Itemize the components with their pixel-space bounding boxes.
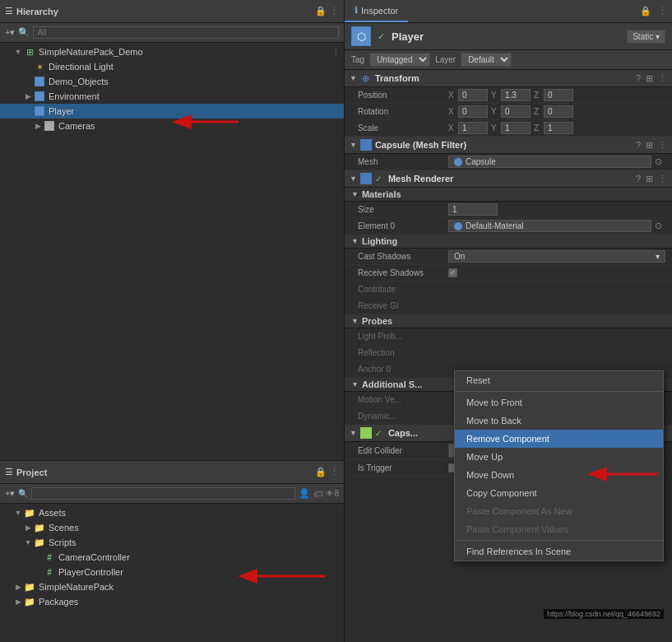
- hierarchy-item-simplenaturepack[interactable]: ▼ ⊞ SimpleNaturePack_Demo ⋮: [0, 44, 344, 59]
- project-item-assets[interactable]: ▼ 📁 Assets: [0, 505, 344, 520]
- contribute-label: Contribute: [358, 285, 448, 294]
- scale-x-input[interactable]: [458, 122, 488, 134]
- position-x-input[interactable]: [458, 89, 488, 101]
- tag-label: Tag: [351, 55, 364, 64]
- mesh-renderer-check[interactable]: ✓: [375, 174, 382, 184]
- material-icon: [454, 222, 462, 230]
- transform-arrow: ▼: [350, 74, 357, 82]
- more-icon-mf[interactable]: ⋮: [658, 140, 667, 151]
- cube-icon-env: [33, 90, 46, 103]
- help-icon-mr[interactable]: ?: [636, 174, 641, 184]
- add-button-project[interactable]: +▾: [5, 488, 15, 499]
- hierarchy-item-cameras[interactable]: ▶ Cameras: [0, 119, 344, 133]
- scale-row: Scale X Y Z: [345, 120, 672, 137]
- cast-shadows-row: Cast Shadows On ▾: [345, 249, 672, 265]
- settings-icon-mr[interactable]: ⊞: [646, 174, 653, 184]
- more-icon-mr[interactable]: ⋮: [658, 174, 667, 184]
- ctx-remove-component[interactable]: Remove Component: [455, 430, 663, 448]
- more-icon-scene[interactable]: ⋮: [331, 47, 341, 58]
- cube-icon-player: [33, 105, 46, 118]
- size-row: Size: [345, 202, 672, 218]
- transform-header[interactable]: ▼ ⊕ Transform ? ⊞ ⋮: [345, 70, 672, 87]
- project-search-input[interactable]: [31, 487, 295, 500]
- scale-y-input[interactable]: [501, 122, 531, 134]
- hierarchy-item-directional[interactable]: ▶ ☀ Directional Light: [0, 59, 344, 74]
- tag-dropdown[interactable]: Untagged: [369, 53, 430, 67]
- ctx-move-up[interactable]: Move Up: [455, 448, 663, 466]
- rotation-z-input[interactable]: [544, 105, 573, 118]
- receive-gi-label: Receive GI: [358, 301, 448, 310]
- materials-arrow: ▼: [351, 190, 359, 198]
- project-item-label: CameraController: [58, 552, 130, 562]
- project-item-cameracontroller[interactable]: ▶ # CameraController: [0, 550, 344, 565]
- folder-icon-packages: 📁: [23, 595, 36, 608]
- element0-field[interactable]: Default-Material: [448, 220, 651, 232]
- scale-z-input[interactable]: [544, 122, 573, 134]
- mesh-renderer-icon: [360, 173, 372, 184]
- receive-shadows-checkbox[interactable]: [448, 268, 457, 277]
- settings-icon[interactable]: ⊞: [646, 73, 653, 84]
- project-item-scripts[interactable]: ▼ 📁 Scripts: [0, 535, 344, 550]
- project-item-packages[interactable]: ▶ 📁 Packages: [0, 594, 344, 609]
- add-button[interactable]: +▾: [5, 27, 15, 38]
- project-item-scenes[interactable]: ▶ 📁 Scenes: [0, 520, 344, 535]
- rotation-x-input[interactable]: [458, 105, 488, 118]
- capsule-check[interactable]: ✓: [375, 429, 382, 438]
- settings-icon-mf[interactable]: ⊞: [646, 140, 653, 151]
- ctx-divider-2: [455, 540, 663, 541]
- hierarchy-item-demo-objects[interactable]: ▶ Demo_Objects: [0, 74, 344, 89]
- more-icon-project[interactable]: ⋮: [330, 467, 339, 477]
- mesh-renderer-name: Mesh Renderer: [388, 174, 633, 184]
- checkbox-active[interactable]: ✓: [378, 31, 385, 42]
- user-icon[interactable]: 👤: [299, 488, 310, 499]
- mesh-filter-header[interactable]: ▼ Capsule (Mesh Filter) ? ⊞ ⋮: [345, 137, 672, 154]
- project-item-label: Scenes: [49, 523, 79, 533]
- cube-icon-cameras: [43, 119, 56, 133]
- rotation-xyz: X Y Z: [448, 105, 665, 118]
- position-y-input[interactable]: [501, 89, 531, 101]
- object-name[interactable]: Player: [392, 30, 620, 43]
- element0-pick[interactable]: ⊙: [651, 221, 665, 231]
- edit-collider-label: Edit Collider: [358, 446, 448, 455]
- hierarchy-item-label: SimpleNaturePack_Demo: [39, 47, 143, 57]
- mesh-renderer-header[interactable]: ▼ ✓ Mesh Renderer ? ⊞ ⋮: [345, 170, 672, 188]
- cast-shadows-dropdown[interactable]: On ▾: [448, 250, 665, 263]
- lock-icon[interactable]: 🔒: [315, 6, 327, 16]
- search-input[interactable]: [33, 26, 339, 39]
- project-item-label: SimpleNaturePack: [39, 582, 114, 592]
- tag-icon[interactable]: 🏷: [313, 489, 322, 499]
- hierarchy-item-label: Player: [49, 106, 74, 116]
- ctx-copy-component[interactable]: Copy Component: [455, 484, 663, 502]
- lock-icon-inspector[interactable]: 🔒: [640, 6, 651, 16]
- search-icon: 🔍: [18, 27, 30, 38]
- ctx-move-to-front[interactable]: Move to Front: [455, 393, 663, 412]
- receive-shadows-check[interactable]: [448, 268, 457, 277]
- lock-icon-project[interactable]: 🔒: [315, 467, 327, 477]
- help-icon-mf[interactable]: ?: [636, 140, 641, 151]
- project-item-simplenaturepack[interactable]: ▶ 📁 SimpleNaturePack: [0, 579, 344, 594]
- help-icon[interactable]: ?: [636, 73, 641, 84]
- hierarchy-item-player[interactable]: ▶ Player: [0, 104, 344, 119]
- more-icon-inspector[interactable]: ⋮: [658, 6, 667, 16]
- more-icon-transform[interactable]: ⋮: [658, 73, 667, 84]
- more-icon[interactable]: ⋮: [330, 6, 339, 16]
- hierarchy-item-environment[interactable]: ▶ Environment: [0, 89, 344, 104]
- position-y-field: Y: [491, 89, 531, 101]
- project-item-playercontroller[interactable]: ▶ # PlayerController: [0, 565, 344, 579]
- static-button[interactable]: Static ▾: [627, 30, 665, 44]
- mesh-pick-icon[interactable]: ⊙: [651, 156, 665, 167]
- size-input[interactable]: [448, 203, 498, 216]
- element0-row: Element 0 Default-Material ⊙: [345, 218, 672, 235]
- ctx-find-refs[interactable]: Find References In Scene: [455, 542, 663, 561]
- position-z-field: Z: [534, 89, 573, 101]
- mesh-value-field[interactable]: Capsule: [448, 156, 651, 168]
- ctx-move-to-back[interactable]: Move to Back: [455, 412, 663, 430]
- layer-dropdown[interactable]: Default: [461, 53, 512, 67]
- position-z-input[interactable]: [544, 89, 573, 101]
- mesh-filter-icon: [360, 139, 372, 151]
- ctx-reset[interactable]: Reset: [455, 371, 663, 389]
- ctx-move-down[interactable]: Move Down: [455, 466, 663, 484]
- rotation-y-input[interactable]: [501, 105, 531, 118]
- project-item-label: Assets: [39, 508, 66, 518]
- inspector-tab[interactable]: ℹ Inspector: [345, 0, 408, 22]
